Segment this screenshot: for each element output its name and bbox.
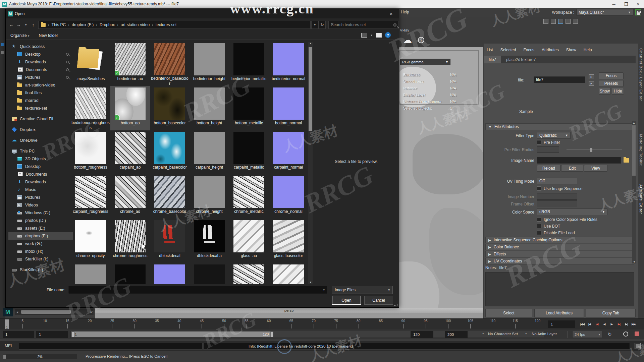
preview-pane-icon[interactable] xyxy=(376,33,382,38)
up-button[interactable]: ↑ xyxy=(30,22,37,27)
file-item-carpaint-basecolor[interactable]: carpaint_basecolor xyxy=(150,130,190,175)
file-type-select[interactable]: Image Files▾ xyxy=(332,286,393,294)
sidebar-item-starkiller-i-[interactable]: StarKiller (I:) xyxy=(8,255,73,263)
sidebar-item-documents[interactable]: Documents xyxy=(8,66,73,73)
sidebar-item-work-g-[interactable]: work (G:) xyxy=(8,240,73,247)
sidebar-item-windows-c-[interactable]: Windows (C:) xyxy=(8,209,73,217)
file-item-carpaint-roughness[interactable]: carpaint_roughness xyxy=(71,175,110,219)
section-color-balance[interactable]: ▶Color Balance xyxy=(485,244,634,250)
script-editor-icon[interactable] xyxy=(635,343,641,349)
presets-button[interactable]: Presets xyxy=(599,80,624,87)
copy-tab-button[interactable]: Copy Tab xyxy=(586,309,636,317)
sidebar-item-quick-access[interactable]: Quick access xyxy=(8,43,73,50)
anim-prefs-icon[interactable] xyxy=(623,331,628,337)
ae-menu-list[interactable]: List xyxy=(487,48,493,52)
new-folder-button[interactable]: New folder xyxy=(39,33,58,38)
loop-icon[interactable]: ↻ xyxy=(608,331,612,337)
view-mode-dropdown[interactable]: ▾ xyxy=(371,34,372,37)
menu-help[interactable]: Help xyxy=(401,10,409,14)
forward-button[interactable]: → xyxy=(15,22,22,27)
file-item-cropped[interactable] xyxy=(71,263,110,284)
file-item-cropped[interactable] xyxy=(110,263,150,284)
sidebar-item-assets-e-[interactable]: assets (E:) xyxy=(8,224,73,232)
file-item-bedinterior-height[interactable]: bedinterior_height xyxy=(190,42,229,86)
breadcrumb[interactable]: ›This PC›dropbox (F:)›Dropbox›art-statio… xyxy=(38,21,311,29)
hud-gamma-dropdown[interactable]: RGB gamma▼ xyxy=(400,59,450,65)
anim-layer-label[interactable]: No Anim Layer xyxy=(532,332,557,336)
file-item-carpaint-height[interactable]: carpaint_height xyxy=(190,130,229,175)
sidebar-item-creative-cloud-fil[interactable]: Creative Cloud Fil xyxy=(8,115,73,123)
section-file-attributes[interactable]: ▼File Attributes xyxy=(485,123,634,130)
breadcrumb-item[interactable]: This PC xyxy=(52,22,66,27)
sidebar-item-downloads[interactable]: Downloads xyxy=(8,178,73,186)
toolbox-icon[interactable] xyxy=(1,43,4,46)
help-circle-icon[interactable]: ? xyxy=(418,37,424,43)
image-name-input[interactable] xyxy=(537,157,621,164)
sidebar-item-dropbox[interactable]: Dropbox xyxy=(8,126,73,133)
view-mode-icon[interactable] xyxy=(361,33,367,38)
file-item-dblockdecal-a[interactable]: dblockdecal-a xyxy=(190,219,229,263)
current-frame-field[interactable]: 1 xyxy=(548,320,575,328)
file-item-chrome-metallic[interactable]: chrome_metallic xyxy=(229,175,269,219)
color-space-dropdown[interactable]: sRGB▼ xyxy=(537,208,607,215)
texture-out-icon[interactable]: ▸ xyxy=(589,81,594,86)
channelbox-toggle-icon[interactable] xyxy=(573,19,578,24)
file-item-bedinterior-basecolor[interactable]: bedinterior_basecolor xyxy=(150,42,190,86)
sidebar-item-pictures[interactable]: Pictures xyxy=(8,73,73,81)
sidebar-item-3d-objects[interactable]: 3D Objects xyxy=(8,155,73,163)
current-frame-marker[interactable]: 1 xyxy=(5,319,9,329)
shelf-tab-vray[interactable]: VRay xyxy=(400,28,409,32)
outliner-toggle-icon[interactable] xyxy=(543,19,548,24)
minimize-button[interactable]: ─ xyxy=(612,2,615,7)
file-item-glass-basecolor[interactable]: glass_basecolor xyxy=(269,219,308,263)
show-button[interactable]: Show xyxy=(599,88,611,95)
filter-type-dropdown[interactable]: Quadratic▼ xyxy=(537,132,571,139)
file-item-chrome-basecolor[interactable]: chrome_basecolor xyxy=(150,175,190,219)
file-item-bedinterior-ao[interactable]: ✓bedinterior_ao xyxy=(110,42,150,86)
dock-tab-channel-box-layer-editor[interactable]: Channel Box / Layer Editor xyxy=(639,48,643,101)
file-item-carpaint-ao[interactable]: carpaint_ao xyxy=(110,130,150,175)
sidebar-item-final-files[interactable]: final-files xyxy=(8,89,73,97)
open-button[interactable]: Open xyxy=(332,296,361,305)
character-toggle-icon[interactable] xyxy=(551,19,556,24)
sidebar-item-dropbox-f-[interactable]: dropbox (F:) xyxy=(8,232,73,240)
file-item-bottom-basecolor[interactable]: bottom_basecolor xyxy=(150,86,190,130)
breadcrumb-item[interactable]: art-station-video xyxy=(121,22,150,27)
file-item-cropped[interactable] xyxy=(190,263,229,284)
attribute-editor-toggle-icon[interactable] xyxy=(558,19,563,24)
file-item-carpaint-metallic[interactable]: carpaint_metallic xyxy=(229,130,269,175)
edit-button[interactable]: Edit xyxy=(561,165,583,172)
mel-input[interactable] xyxy=(19,343,203,350)
file-item-bedinterior-roughness[interactable]: bedinterior_roughness xyxy=(71,86,110,130)
reload-button[interactable]: Reload xyxy=(537,165,560,172)
dialog-titlebar[interactable]: M Open × xyxy=(6,9,399,18)
cloud-icon[interactable]: ☁ xyxy=(403,35,412,45)
playback-start-field[interactable]: 1 xyxy=(36,331,68,338)
ae-menu-show[interactable]: Show xyxy=(566,48,576,52)
fps-dropdown[interactable]: 24 fps▾ xyxy=(572,331,602,338)
playback-button-3[interactable]: ◀ xyxy=(601,320,607,328)
pre-filter-checkbox[interactable] xyxy=(537,140,541,144)
sidebar-item-videos[interactable]: Videos xyxy=(8,201,73,209)
file-item-chrome-normal[interactable]: chrome_normal xyxy=(269,175,308,219)
workspace-selector[interactable]: Maya Classic*▼ xyxy=(576,9,633,15)
toolbox-icon[interactable] xyxy=(1,51,4,54)
tab-place2dtexture7[interactable]: place2dTexture7 xyxy=(501,56,541,63)
load-attributes-button[interactable]: Load Attributes xyxy=(534,309,584,317)
sidebar-item-photos-d-[interactable]: photos (D:) xyxy=(8,217,73,224)
mel-label[interactable]: MEL xyxy=(5,344,13,348)
sidebar-item-starkiller-i-[interactable]: StarKiller (I:) xyxy=(8,266,73,274)
file-item-chrome-ao[interactable]: chrome_ao xyxy=(110,175,150,219)
file-item-carpaint-normal[interactable]: carpaint_normal xyxy=(269,130,308,175)
file-item-cropped[interactable] xyxy=(269,263,308,284)
ae-menu-focus[interactable]: Focus xyxy=(523,48,534,52)
file-item-chrome-opacity[interactable]: chrome_opacity xyxy=(71,219,110,263)
section-uv-coordinates[interactable]: ▶UV Coordinates xyxy=(485,258,634,264)
file-item-bottom-normal[interactable]: bottom_normal xyxy=(269,86,308,130)
breadcrumb-item[interactable]: dropbox (F:) xyxy=(72,22,94,27)
sidebar-item-downloads[interactable]: Downloads xyxy=(8,58,73,66)
tab-file7[interactable]: file7 xyxy=(484,56,501,63)
sidebar-item-desktop[interactable]: Desktop xyxy=(8,163,73,170)
scrollbar-thumb[interactable] xyxy=(309,47,312,131)
sidebar-item-documents[interactable]: Documents xyxy=(8,170,73,178)
